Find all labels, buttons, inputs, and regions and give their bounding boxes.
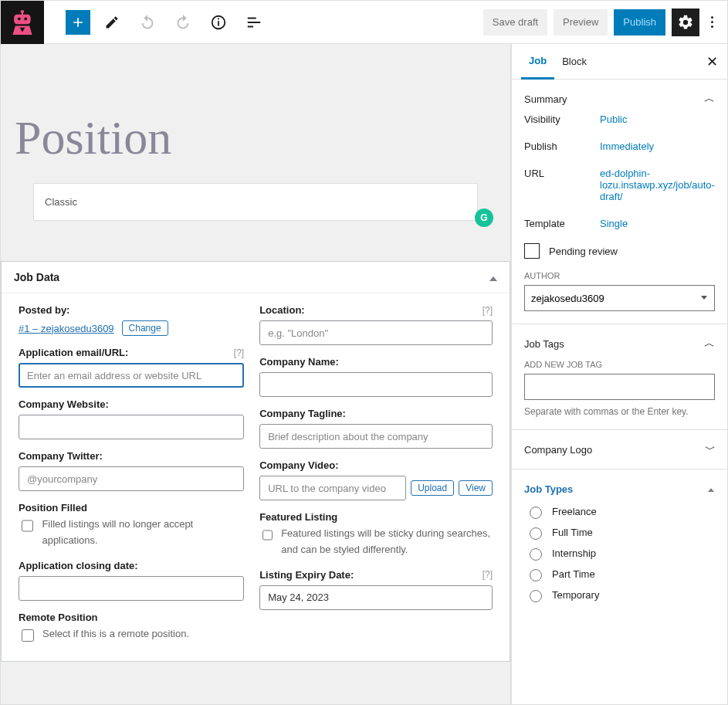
pencil-icon xyxy=(104,15,120,30)
collapse-arrow-icon xyxy=(708,485,714,494)
job-type-option[interactable]: Freelance xyxy=(526,504,715,519)
job-types-header[interactable]: Job Types xyxy=(524,482,715,504)
chevron-up-icon: ︿ xyxy=(704,92,715,106)
summary-header[interactable]: Summary ︿ xyxy=(524,92,715,106)
url-value[interactable]: ed-dolphin-lozu.instawp.xyz/job/auto-dra… xyxy=(600,168,715,202)
sidebar-tabs: Job Block ✕ xyxy=(512,44,727,80)
job-type-option[interactable]: Internship xyxy=(526,546,715,561)
expiry-date-input[interactable] xyxy=(259,585,493,610)
job-type-option[interactable]: Full Time xyxy=(526,525,715,540)
visibility-label: Visibility xyxy=(524,114,591,125)
company-tagline-input[interactable] xyxy=(259,424,493,449)
topbar: Save draft Preview Publish xyxy=(1,1,727,44)
classic-block[interactable]: Classic xyxy=(33,183,478,221)
grammarly-icon[interactable]: G xyxy=(475,208,493,227)
preview-button[interactable]: Preview xyxy=(554,9,608,36)
remote-checkbox[interactable] xyxy=(22,629,34,642)
help-icon[interactable]: [?] xyxy=(483,569,493,580)
location-input[interactable] xyxy=(259,320,493,345)
author-label: AUTHOR xyxy=(524,271,715,280)
posted-by-link[interactable]: #1 – zejakosedu3609 xyxy=(19,323,114,334)
help-icon[interactable]: [?] xyxy=(483,305,493,316)
edit-mode-button[interactable] xyxy=(98,8,126,36)
featured-checkbox[interactable] xyxy=(262,529,273,541)
add-tag-label: ADD NEW JOB TAG xyxy=(524,360,715,369)
company-twitter-input[interactable] xyxy=(19,466,244,491)
job-types-list: Freelance Full Time Internship Part Time… xyxy=(524,504,715,602)
job-tags-panel: Job Tags ︿ ADD NEW JOB TAG Separate with… xyxy=(512,324,727,430)
featured-desc: Featured listings will be sticky during … xyxy=(281,526,493,558)
summary-panel: Summary ︿ VisibilityPublic PublishImmedi… xyxy=(512,80,727,324)
publish-button[interactable]: Publish xyxy=(614,9,665,36)
company-tagline-label: Company Tagline: xyxy=(259,408,493,419)
company-logo-header[interactable]: Company Logo ︿ xyxy=(524,442,715,456)
url-label: URL xyxy=(524,168,591,179)
editor-area: Position Classic G Job Data Posted by: xyxy=(1,44,511,704)
settings-button[interactable] xyxy=(672,8,699,36)
form-right-column: Location:[?] Company Name: Company Tagli… xyxy=(259,304,493,644)
company-video-label: Company Video: xyxy=(259,459,493,471)
author-select[interactable]: zejakosedu3609 xyxy=(524,285,715,311)
more-options-button[interactable] xyxy=(706,10,718,34)
job-type-option[interactable]: Part Time xyxy=(526,567,715,581)
toolbar-right: Save draft Preview Publish xyxy=(483,8,727,36)
body: Position Classic G Job Data Posted by: xyxy=(1,44,727,704)
info-button[interactable] xyxy=(205,8,232,36)
redo-button[interactable] xyxy=(169,8,197,36)
summary-title: Summary xyxy=(524,93,567,105)
help-icon[interactable]: [?] xyxy=(234,347,244,358)
change-author-button[interactable]: Change xyxy=(122,320,168,336)
job-tags-header[interactable]: Job Tags ︿ xyxy=(524,337,715,351)
company-website-label: Company Website: xyxy=(19,398,244,410)
close-sidebar-button[interactable]: ✕ xyxy=(706,53,718,70)
expiry-label: Listing Expiry Date:[?] xyxy=(259,569,493,581)
company-name-input[interactable] xyxy=(259,372,493,397)
publish-label: Publish xyxy=(524,141,591,152)
chevron-up-icon: ︿ xyxy=(704,337,715,351)
add-tag-input[interactable] xyxy=(524,374,715,400)
svg-rect-3 xyxy=(218,21,219,25)
view-video-button[interactable]: View xyxy=(459,480,493,496)
job-tags-title: Job Tags xyxy=(524,338,564,350)
tab-block[interactable]: Block xyxy=(554,44,594,80)
add-block-button[interactable] xyxy=(66,10,90,35)
position-filled-desc: Filled listings will no longer accept ap… xyxy=(42,517,244,549)
remote-desc: Select if this is a remote position. xyxy=(42,626,189,642)
company-logo-title: Company Logo xyxy=(524,444,592,456)
form-left-column: Posted by: #1 – zejakosedu3609 Change Ap… xyxy=(19,304,244,644)
metabox-header[interactable]: Job Data xyxy=(2,262,510,293)
undo-button[interactable] xyxy=(134,8,161,36)
gear-icon xyxy=(677,14,694,31)
tab-job[interactable]: Job xyxy=(521,44,554,80)
app-email-label: Application email/URL:[?] xyxy=(19,347,244,358)
title-area: Position Classic G xyxy=(1,44,510,252)
info-icon xyxy=(210,14,227,31)
job-types-panel: Job Types Freelance Full Time Internship… xyxy=(512,469,727,615)
list-icon xyxy=(245,14,262,31)
upload-video-button[interactable]: Upload xyxy=(411,480,454,496)
job-types-title: Job Types xyxy=(524,483,573,495)
company-video-input[interactable] xyxy=(259,476,406,500)
closing-date-input[interactable] xyxy=(19,576,244,601)
undo-icon xyxy=(139,14,156,31)
publish-value[interactable]: Immediately xyxy=(600,141,715,152)
visibility-value[interactable]: Public xyxy=(600,114,715,125)
company-logo-panel: Company Logo ︿ xyxy=(512,430,727,469)
save-draft-button[interactable]: Save draft xyxy=(483,9,547,36)
metabox-body: Posted by: #1 – zejakosedu3609 Change Ap… xyxy=(2,293,510,661)
application-email-input[interactable] xyxy=(19,363,244,388)
template-value[interactable]: Single xyxy=(600,218,715,229)
tag-hint: Separate with commas or the Enter key. xyxy=(524,406,715,417)
company-twitter-label: Company Twitter: xyxy=(19,450,244,462)
position-filled-checkbox[interactable] xyxy=(22,520,33,532)
company-website-input[interactable] xyxy=(19,415,244,439)
site-logo[interactable] xyxy=(1,1,44,44)
position-filled-label: Position Filled xyxy=(19,502,244,513)
job-type-option[interactable]: Temporary xyxy=(526,588,715,602)
post-title-input[interactable]: Position xyxy=(15,114,496,161)
robot-logo-icon xyxy=(12,10,33,35)
outline-button[interactable] xyxy=(240,8,268,36)
pending-review-checkbox[interactable] xyxy=(524,243,540,259)
collapse-arrow-icon xyxy=(489,272,497,283)
svg-point-1 xyxy=(24,17,27,20)
